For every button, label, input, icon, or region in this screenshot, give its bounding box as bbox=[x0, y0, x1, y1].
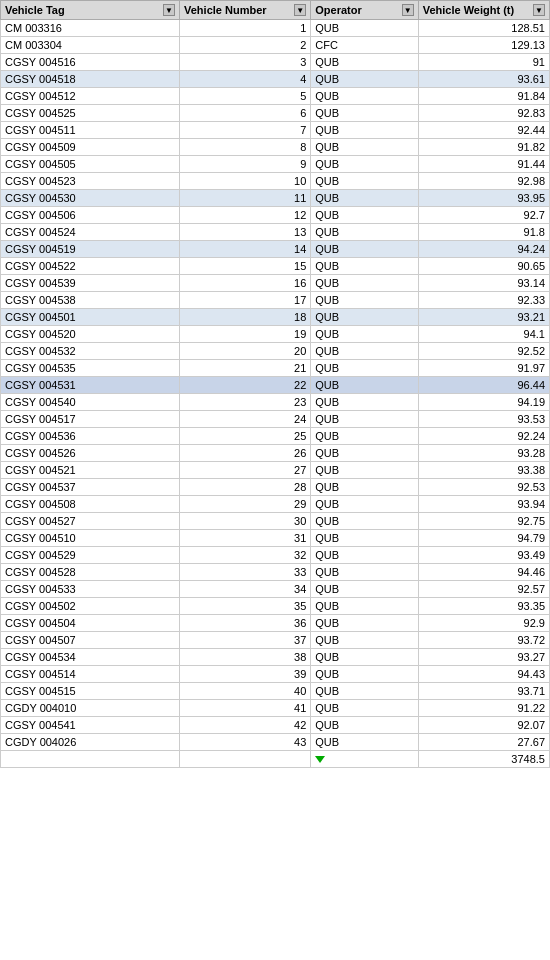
table-row[interactable]: CGSY 00453438QUB93.27 bbox=[1, 649, 550, 666]
table-row[interactable]: CGSY 00450235QUB93.35 bbox=[1, 598, 550, 615]
table-row[interactable]: CGSY 00454023QUB94.19 bbox=[1, 394, 550, 411]
table-row[interactable]: CGSY 00451914QUB94.24 bbox=[1, 241, 550, 258]
table-row[interactable]: CGDY 00401041QUB91.22 bbox=[1, 700, 550, 717]
table-row[interactable]: CGSY 00453521QUB91.97 bbox=[1, 360, 550, 377]
cell-vehicle-number: 28 bbox=[180, 479, 311, 496]
green-triangle-icon bbox=[315, 756, 325, 763]
cell-vehicle-number: 41 bbox=[180, 700, 311, 717]
cell-operator: QUB bbox=[311, 717, 418, 734]
cell-vehicle-number: 34 bbox=[180, 581, 311, 598]
table-row[interactable]: CM 0033042CFC129.13 bbox=[1, 37, 550, 54]
cell-vehicle-number: 42 bbox=[180, 717, 311, 734]
table-row[interactable]: CGSY 00452932QUB93.49 bbox=[1, 547, 550, 564]
table-row[interactable]: CGSY 00453334QUB92.57 bbox=[1, 581, 550, 598]
table-row[interactable]: CGSY 00450737QUB93.72 bbox=[1, 632, 550, 649]
table-row[interactable]: CGSY 00450612QUB92.7 bbox=[1, 207, 550, 224]
cell-vehicle-weight: 91.44 bbox=[418, 156, 549, 173]
table-footer-row: 3748.5 bbox=[1, 751, 550, 768]
table-row[interactable]: CGSY 00451724QUB93.53 bbox=[1, 411, 550, 428]
table-row[interactable]: CGSY 00453011QUB93.95 bbox=[1, 190, 550, 207]
cell-vehicle-weight: 92.52 bbox=[418, 343, 549, 360]
header-vehicle-weight[interactable]: Vehicle Weight (t) ▼ bbox=[418, 1, 549, 20]
table-row[interactable]: CGSY 0045184QUB93.61 bbox=[1, 71, 550, 88]
cell-vehicle-number: 9 bbox=[180, 156, 311, 173]
table-row[interactable]: CGSY 00450829QUB93.94 bbox=[1, 496, 550, 513]
cell-vehicle-weight: 93.72 bbox=[418, 632, 549, 649]
table-row[interactable]: CGSY 00453625QUB92.24 bbox=[1, 428, 550, 445]
cell-vehicle-tag: CGSY 004527 bbox=[1, 513, 180, 530]
cell-vehicle-tag: CGSY 004537 bbox=[1, 479, 180, 496]
cell-vehicle-tag: CM 003304 bbox=[1, 37, 180, 54]
table-row[interactable]: CGSY 0045117QUB92.44 bbox=[1, 122, 550, 139]
table-row[interactable]: CGSY 00453122QUB96.44 bbox=[1, 377, 550, 394]
cell-operator: QUB bbox=[311, 241, 418, 258]
table-row[interactable]: CGSY 00451031QUB94.79 bbox=[1, 530, 550, 547]
table-row[interactable]: CGSY 00453728QUB92.53 bbox=[1, 479, 550, 496]
cell-operator: QUB bbox=[311, 275, 418, 292]
table-header: Vehicle Tag ▼ Vehicle Number ▼ Operator … bbox=[1, 1, 550, 20]
cell-vehicle-number: 3 bbox=[180, 54, 311, 71]
table-row[interactable]: CGSY 00453916QUB93.14 bbox=[1, 275, 550, 292]
cell-vehicle-tag: CGSY 004509 bbox=[1, 139, 180, 156]
table-row[interactable]: CGSY 00452215QUB90.65 bbox=[1, 258, 550, 275]
cell-vehicle-number: 30 bbox=[180, 513, 311, 530]
table-row[interactable]: CGSY 00452730QUB92.75 bbox=[1, 513, 550, 530]
table-row[interactable]: CGSY 00452626QUB93.28 bbox=[1, 445, 550, 462]
table-row[interactable]: CGSY 0045125QUB91.84 bbox=[1, 88, 550, 105]
cell-vehicle-tag: CGSY 004538 bbox=[1, 292, 180, 309]
table-row[interactable]: CGSY 0045163QUB91 bbox=[1, 54, 550, 71]
table-row[interactable]: CGSY 00452127QUB93.38 bbox=[1, 462, 550, 479]
table-row[interactable]: CGSY 00450436QUB92.9 bbox=[1, 615, 550, 632]
cell-vehicle-weight: 93.38 bbox=[418, 462, 549, 479]
sort-icon-vehicle-number[interactable]: ▼ bbox=[294, 4, 306, 16]
cell-operator: QUB bbox=[311, 411, 418, 428]
table-row[interactable]: CM 0033161QUB128.51 bbox=[1, 20, 550, 37]
table-row[interactable]: CGSY 00452833QUB94.46 bbox=[1, 564, 550, 581]
header-vehicle-tag[interactable]: Vehicle Tag ▼ bbox=[1, 1, 180, 20]
sort-icon-vehicle-weight[interactable]: ▼ bbox=[533, 4, 545, 16]
cell-vehicle-number: 15 bbox=[180, 258, 311, 275]
table-row[interactable]: CGDY 00402643QUB27.67 bbox=[1, 734, 550, 751]
table-row[interactable]: CGSY 00453220QUB92.52 bbox=[1, 343, 550, 360]
table-row[interactable]: CGSY 00450118QUB93.21 bbox=[1, 309, 550, 326]
cell-vehicle-weight: 91.84 bbox=[418, 88, 549, 105]
cell-operator: QUB bbox=[311, 547, 418, 564]
cell-vehicle-tag: CGSY 004525 bbox=[1, 105, 180, 122]
table-row[interactable]: CGSY 0045098QUB91.82 bbox=[1, 139, 550, 156]
cell-vehicle-number: 19 bbox=[180, 326, 311, 343]
cell-vehicle-weight: 92.75 bbox=[418, 513, 549, 530]
table-row[interactable]: CGSY 00454142QUB92.07 bbox=[1, 717, 550, 734]
table-row[interactable]: CGSY 00452413QUB91.8 bbox=[1, 224, 550, 241]
cell-vehicle-tag: CM 003316 bbox=[1, 20, 180, 37]
cell-vehicle-weight: 93.27 bbox=[418, 649, 549, 666]
cell-vehicle-tag: CGSY 004528 bbox=[1, 564, 180, 581]
table-row[interactable]: CGSY 00452019QUB94.1 bbox=[1, 326, 550, 343]
sort-icon-vehicle-tag[interactable]: ▼ bbox=[163, 4, 175, 16]
header-operator[interactable]: Operator ▼ bbox=[311, 1, 418, 20]
cell-vehicle-number: 6 bbox=[180, 105, 311, 122]
cell-operator: QUB bbox=[311, 71, 418, 88]
footer-number-cell bbox=[180, 751, 311, 768]
cell-vehicle-tag: CGSY 004523 bbox=[1, 173, 180, 190]
header-vehicle-number[interactable]: Vehicle Number ▼ bbox=[180, 1, 311, 20]
table-row[interactable]: CGSY 0045256QUB92.83 bbox=[1, 105, 550, 122]
sort-icon-operator[interactable]: ▼ bbox=[402, 4, 414, 16]
cell-vehicle-tag: CGSY 004535 bbox=[1, 360, 180, 377]
cell-vehicle-weight: 91.22 bbox=[418, 700, 549, 717]
cell-vehicle-tag: CGSY 004519 bbox=[1, 241, 180, 258]
cell-vehicle-weight: 93.94 bbox=[418, 496, 549, 513]
cell-operator: QUB bbox=[311, 360, 418, 377]
table-row[interactable]: CGSY 00453817QUB92.33 bbox=[1, 292, 550, 309]
cell-vehicle-number: 11 bbox=[180, 190, 311, 207]
cell-vehicle-weight: 93.14 bbox=[418, 275, 549, 292]
cell-vehicle-tag: CGSY 004521 bbox=[1, 462, 180, 479]
table-row[interactable]: CGSY 00451439QUB94.43 bbox=[1, 666, 550, 683]
cell-operator: QUB bbox=[311, 649, 418, 666]
table-row[interactable]: CGSY 00451540QUB93.71 bbox=[1, 683, 550, 700]
cell-vehicle-number: 31 bbox=[180, 530, 311, 547]
cell-operator: QUB bbox=[311, 224, 418, 241]
table-row[interactable]: CGSY 00452310QUB92.98 bbox=[1, 173, 550, 190]
cell-operator: QUB bbox=[311, 513, 418, 530]
table-row[interactable]: CGSY 0045059QUB91.44 bbox=[1, 156, 550, 173]
cell-vehicle-number: 16 bbox=[180, 275, 311, 292]
